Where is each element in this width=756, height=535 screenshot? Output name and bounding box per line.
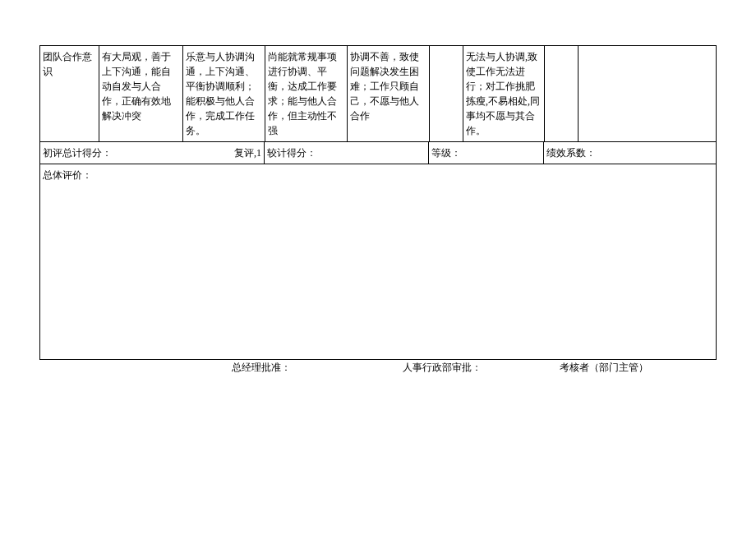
grade-cell: 等级： bbox=[429, 142, 544, 164]
rating-level-2: 乐意与人协调沟通，上下沟通、平衡协调顺利；能积极与他人合作，完成工作任务。 bbox=[183, 46, 265, 141]
hr-signature-label: 人事行政部审批： bbox=[354, 360, 531, 375]
rating-level-5: 无法与人协调,致使工作无法进行；对工作挑肥拣瘦,不易相处,同事均不愿与其合作。 bbox=[463, 46, 545, 141]
initial-score-cell: 初评总计得分： 复评,1 bbox=[40, 142, 265, 164]
evaluation-table: 团队合作意识 有大局观，善于上下沟通，能自动自发与人合作，正确有效地解决冲突 乐… bbox=[39, 45, 717, 360]
rating-level-1: 有大局观，善于上下沟通，能自动自发与人合作，正确有效地解决冲突 bbox=[99, 46, 183, 141]
criteria-label: 团队合作意识 bbox=[40, 46, 99, 141]
re-eval-label: 复评,1 bbox=[234, 145, 261, 160]
rating-blank-1 bbox=[430, 46, 463, 141]
rating-level-3: 尚能就常规事项进行协调、平衡，达成工作要求；能与他人合作，但主动性不强 bbox=[265, 46, 348, 141]
overall-comment-row: 总体评价： bbox=[40, 164, 716, 360]
coefficient-cell: 绩效系数： bbox=[544, 142, 716, 164]
rating-criteria-row: 团队合作意识 有大局观，善于上下沟通，能自动自发与人合作，正确有效地解决冲突 乐… bbox=[40, 46, 716, 142]
score-summary-row: 初评总计得分： 复评,1 较计得分： 等级： 绩效系数： bbox=[40, 142, 716, 164]
rating-blank-3 bbox=[579, 46, 716, 141]
rating-level-4: 协调不善，致使问题解决发生困难；工作只顾自己，不愿与他人合作 bbox=[348, 46, 430, 141]
supervisor-signature-label: 考核者（部门主管） bbox=[531, 360, 677, 375]
signature-row: 总经理批准： 人事行政部审批： 考核者（部门主管） bbox=[39, 360, 717, 375]
compare-score-cell: 较计得分： bbox=[265, 142, 429, 164]
rating-blank-2 bbox=[545, 46, 579, 141]
initial-score-label: 初评总计得分： bbox=[43, 147, 112, 159]
gm-signature-label: 总经理批准： bbox=[169, 360, 354, 375]
overall-comment-label: 总体评价： bbox=[40, 164, 716, 359]
